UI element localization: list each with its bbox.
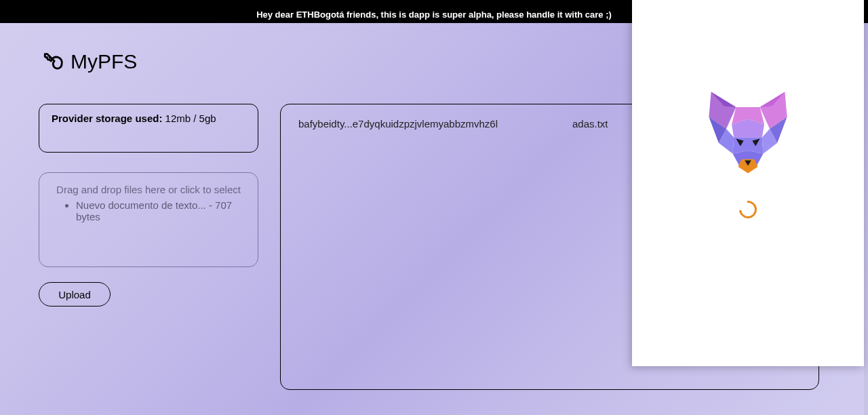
app-logo: MyPFS (42, 50, 137, 73)
file-dropzone[interactable]: Drag and drop files here or click to sel… (39, 172, 258, 267)
metamask-fox-icon (692, 75, 804, 183)
loading-spinner-icon (736, 197, 761, 222)
dropzone-file-list: Nuevo documento de texto... - 707 bytes (52, 199, 245, 222)
storage-label: Provider storage used: (52, 113, 162, 124)
banner-text: Hey dear ETHBogotá friends, this is dapp… (256, 9, 612, 20)
wallet-popup (632, 0, 864, 366)
list-item: Nuevo documento de texto... - 707 bytes (76, 199, 245, 222)
upload-button[interactable]: Upload (39, 282, 111, 307)
scrollbar-track[interactable] (864, 0, 868, 415)
app-name: MyPFS (71, 50, 137, 73)
storage-usage-card: Provider storage used: 12mb / 5gb (39, 104, 258, 153)
key-icon (42, 50, 65, 73)
svg-point-0 (49, 56, 51, 58)
dropzone-hint: Drag and drop files here or click to sel… (52, 184, 245, 195)
upload-button-label: Upload (58, 289, 91, 300)
file-cid: bafybeidty...e7dyqkuidzpzjvlemyabbzmvhz6… (298, 118, 572, 130)
storage-value: 12mb / 5gb (165, 113, 216, 124)
file-name: adas.txt (572, 118, 608, 130)
